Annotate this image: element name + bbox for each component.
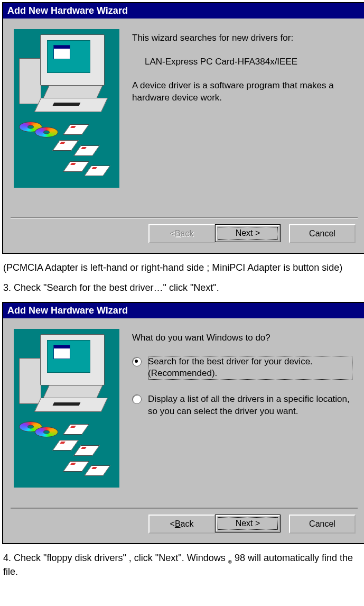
device-name: LAN-Express PC Card-HFA384x/IEEE [132, 56, 352, 68]
wizard-question: What do you want Windows to do? [132, 332, 352, 344]
radio-label: Display a list of all the drivers in a s… [148, 393, 352, 418]
hardware-wizard-dialog-2: Add New Hardware Wizard What do you want… [2, 302, 364, 544]
back-button: < Back [148, 224, 215, 243]
radio-option-list[interactable]: Display a list of all the drivers in a s… [132, 393, 352, 418]
next-button[interactable]: Next > [215, 224, 281, 242]
radio-icon [132, 394, 142, 404]
next-button[interactable]: Next > [215, 515, 281, 532]
cancel-button[interactable]: Cancel [289, 224, 356, 243]
wizard-description: A device driver is a software program th… [132, 80, 352, 104]
separator [11, 508, 358, 509]
radio-option-search[interactable]: Search for the best driver for your devi… [132, 356, 352, 380]
back-button[interactable]: < Back [148, 515, 215, 534]
hardware-wizard-dialog-1: Add New Hardware Wizard This wizard sear… [2, 2, 364, 254]
radio-icon [132, 357, 142, 366]
cancel-button[interactable]: Cancel [289, 515, 356, 534]
titlebar: Add New Hardware Wizard [3, 303, 364, 318]
radio-label: Search for the best driver for your devi… [148, 356, 352, 380]
wizard-illustration [14, 29, 119, 188]
step-4-instruction: 4. Check "floppy disk drivers" , click "… [3, 552, 364, 578]
adapter-note: (PCMCIA Adapter is left-hand or right-ha… [3, 261, 364, 274]
separator [11, 217, 358, 219]
wizard-illustration [14, 329, 119, 488]
titlebar: Add New Hardware Wizard [3, 3, 364, 19]
step-3-instruction: 3. Check "Search for the best driver…" c… [3, 281, 364, 294]
wizard-intro-text: This wizard searches for new drivers for… [132, 32, 352, 44]
